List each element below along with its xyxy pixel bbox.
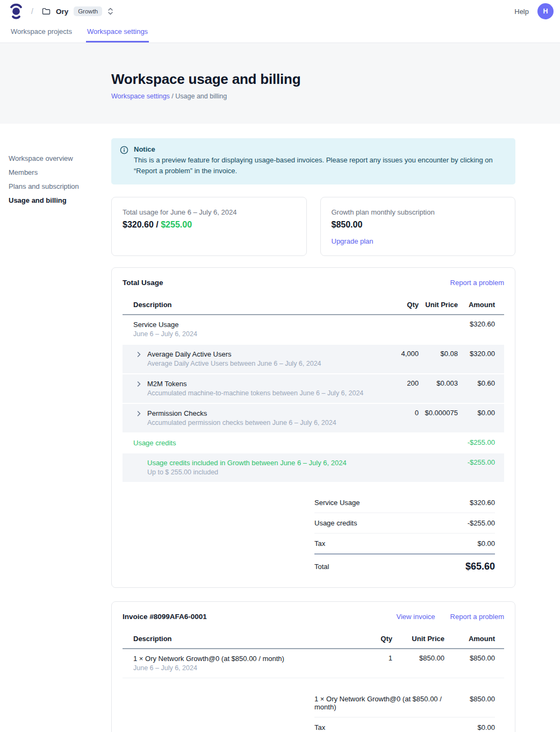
page-title: Workspace usage and billing [111, 71, 560, 88]
page-hero: Workspace usage and billing Workspace se… [0, 43, 560, 124]
usage-used-amount: $320.60 [123, 220, 154, 229]
workspace-tab[interactable]: Workspace projects [10, 23, 73, 42]
column-qty: Qty [355, 635, 392, 643]
settings-sidebar: Workspace overview Members Plans and sub… [9, 154, 105, 210]
usage-table-header: Description Qty Unit Price Amount [123, 297, 504, 315]
chevron-right-icon[interactable] [137, 351, 141, 358]
summary-value: -$255.00 [468, 519, 495, 527]
row-amount: $0.00 [458, 409, 504, 417]
usage-amount-separator: / [154, 220, 161, 229]
plan-label: Growth plan monthly subscription [332, 208, 505, 216]
workspace-name[interactable]: Ory [56, 8, 68, 16]
user-avatar[interactable]: H [537, 3, 554, 19]
usage-table-row: M2M Tokens Accumulated machine-to-machin… [123, 374, 504, 403]
breadcrumb-settings-link[interactable]: Workspace settings [111, 93, 170, 100]
invoice-table: Description Qty Unit Price Amount 1 × Or… [123, 631, 504, 678]
total-value: $65.60 [465, 561, 495, 572]
invoice-card-title: Invoice #8099AFA6-0001 [123, 613, 397, 621]
row-unit-price: $0.000075 [419, 409, 458, 417]
sidebar-item[interactable]: Members [9, 168, 105, 177]
usage-period-label: Total usage for June 6 – July 6, 2024 [123, 208, 296, 216]
summary-row: Tax $0.00 [314, 534, 495, 553]
row-qty: 4,000 [381, 350, 419, 358]
page-breadcrumb: Workspace settings / Usage and billing [111, 93, 560, 100]
ory-logo-icon[interactable] [10, 3, 23, 19]
invoice-table-header: Description Qty Unit Price Amount [123, 631, 504, 649]
column-description: Description [123, 301, 381, 309]
breadcrumb-separator: / [31, 7, 33, 16]
row-unit-price: $850.00 [392, 654, 444, 662]
column-description: Description [123, 635, 355, 643]
column-amount: Amount [444, 635, 504, 643]
usage-amount: $320.60 / $255.00 [123, 220, 296, 230]
report-problem-link[interactable]: Report a problem [450, 613, 504, 621]
breadcrumb-separator: / [171, 93, 173, 100]
report-problem-link[interactable]: Report a problem [450, 279, 504, 287]
notice-title: Notice [134, 145, 507, 153]
workspace-plan-badge: Growth [74, 6, 102, 16]
row-title: 1 × Ory Network Growth@0 (at $850.00 / m… [133, 654, 355, 663]
sidebar-item[interactable]: Usage and billing [9, 196, 105, 205]
row-title: Usage credits included in Growth between… [147, 458, 381, 467]
plan-amount: $850.00 [332, 220, 505, 230]
row-subtitle: Average Daily Active Users between June … [147, 359, 381, 368]
usage-table-row: Usage credits -$255.00 [123, 433, 504, 452]
row-subtitle: Accumulated machine-to-machine tokens be… [147, 389, 381, 398]
row-subtitle: June 6 – July 6, 2024 [133, 330, 381, 339]
summary-label: Tax [314, 723, 477, 731]
row-subtitle: Accumulated permission checks between Ju… [147, 418, 381, 428]
usage-included-amount: $255.00 [161, 220, 192, 229]
view-invoice-link[interactable]: View invoice [397, 613, 435, 621]
summary-row: 1 × Ory Network Growth@0 (at $850.00 / m… [314, 689, 495, 717]
notice-body: This is a preview feature for displaying… [134, 155, 507, 176]
help-link[interactable]: Help [514, 8, 529, 16]
row-amount: $850.00 [444, 654, 504, 662]
workspace-tab[interactable]: Workspace settings [86, 23, 149, 42]
invoice-summary: 1 × Ory Network Growth@0 (at $850.00 / m… [314, 689, 495, 732]
main-area: Workspace overview Members Plans and sub… [0, 138, 560, 732]
row-title: Permission Checks [147, 409, 381, 418]
preview-notice: Notice This is a preview feature for dis… [111, 138, 515, 184]
summary-label: Service Usage [314, 499, 470, 507]
summary-value: $320.60 [470, 499, 495, 507]
row-amount: $0.60 [458, 379, 504, 387]
summary-row: Service Usage $320.60 [314, 493, 495, 513]
usage-table-row: Average Daily Active Users Average Daily… [123, 345, 504, 373]
summary-label: 1 × Ory Network Growth@0 (at $850.00 / m… [314, 695, 470, 711]
row-unit-price: $0.003 [419, 379, 458, 387]
row-subtitle: June 6 – July 6, 2024 [133, 664, 355, 673]
column-amount: Amount [458, 301, 504, 309]
summary-value: $0.00 [477, 539, 495, 548]
row-title: M2M Tokens [147, 379, 381, 388]
usage-table-row: Service Usage June 6 – July 6, 2024 $320… [123, 315, 504, 344]
summary-value: $0.00 [477, 723, 495, 731]
summary-row: Tax $0.00 [314, 717, 495, 732]
row-amount: $320.00 [458, 350, 504, 358]
usage-table-row: Usage credits included in Growth between… [123, 453, 504, 482]
row-title: Usage credits [133, 438, 381, 447]
chevron-right-icon[interactable] [137, 410, 141, 417]
usage-table: Description Qty Unit Price Amount S [123, 297, 504, 482]
chevron-right-icon[interactable] [137, 381, 141, 387]
summary-label: Usage credits [314, 519, 468, 527]
row-title: Average Daily Active Users [147, 350, 381, 359]
folder-icon [42, 8, 51, 15]
row-qty: 0 [381, 409, 419, 417]
top-bar: / Ory Growth Help H [0, 0, 560, 23]
workspace-tabs: Workspace projects Workspace settings [0, 23, 560, 43]
column-unit-price: Unit Price [392, 635, 444, 643]
row-amount: -$255.00 [458, 458, 504, 466]
usage-summary: Service Usage $320.60 Usage credits -$25… [314, 493, 495, 573]
row-amount: $320.60 [458, 320, 504, 328]
breadcrumb: / Ory Growth [10, 3, 514, 19]
total-usage-summary-card: Total usage for June 6 – July 6, 2024 $3… [111, 197, 307, 256]
row-amount: -$255.00 [458, 438, 504, 446]
sidebar-item[interactable]: Workspace overview [9, 154, 105, 163]
sidebar-item[interactable]: Plans and subscription [9, 182, 105, 191]
workspace-switcher-icon[interactable] [107, 8, 113, 15]
summary-value: $850.00 [470, 695, 495, 703]
row-unit-price: $0.08 [419, 350, 458, 358]
row-qty: 200 [381, 379, 419, 387]
usage-card-title: Total Usage [123, 279, 450, 287]
upgrade-plan-link[interactable]: Upgrade plan [332, 237, 374, 245]
